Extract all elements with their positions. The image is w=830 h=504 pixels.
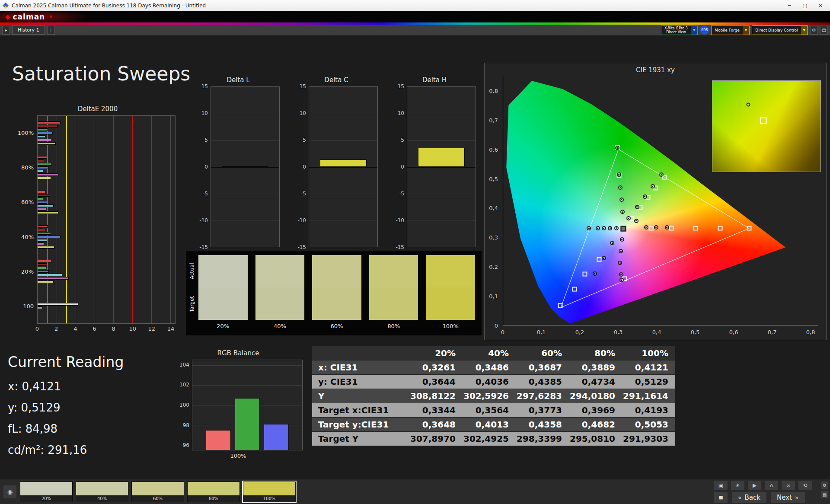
cell-value: 0,4682 — [569, 418, 622, 431]
swatch-row-labels: Actual Target — [188, 255, 196, 320]
chevron-down-icon: ▼ — [801, 26, 808, 35]
reading-line: x: 0,4121 — [8, 380, 124, 393]
measured-point — [651, 184, 655, 188]
window-controls: ─ ▢ ✕ — [782, 0, 828, 11]
y-tick-label: -5 — [301, 191, 306, 197]
color-patch[interactable]: 80% — [187, 482, 240, 502]
y-tick-label: -15 — [297, 244, 306, 250]
color-patch[interactable]: 20% — [20, 482, 73, 502]
white-point-marker — [620, 226, 626, 232]
source-select[interactable]: Mobile Forge ▼ — [711, 26, 750, 35]
projector-button[interactable]: ▣ — [714, 481, 728, 490]
meter-select[interactable]: X-Rite i1Pro 3 Direct View ▼ — [661, 26, 698, 35]
bar — [38, 198, 43, 200]
bar — [38, 267, 46, 269]
bulb-button[interactable]: ☀ — [731, 481, 744, 490]
color-patch[interactable]: 60% — [131, 482, 184, 502]
swatch-column: 40% — [255, 255, 305, 332]
cell-value: 0,4036 — [463, 375, 516, 389]
y-group-label: 60% — [17, 185, 37, 220]
calman-logo: calman — [13, 13, 45, 21]
swatch — [425, 255, 476, 320]
maximize-button[interactable]: ▢ — [797, 0, 813, 11]
bar — [38, 303, 78, 306]
y-tick-label: 0 — [303, 164, 306, 170]
patch-color — [243, 482, 295, 495]
deltae-ylabels: 100%80%60%40%20%100 — [17, 115, 37, 324]
x-tick-label: 0,2 — [575, 329, 584, 335]
tab-history-1[interactable]: History 1 — [12, 26, 45, 35]
y-tick-label: 0,6 — [489, 146, 498, 153]
gear-icon: ⚙ — [812, 28, 816, 32]
y-tick-label: 102 — [179, 382, 189, 388]
meter-status-badge[interactable]: 698 — [700, 26, 709, 35]
target-swatch — [369, 287, 418, 320]
cell-value: 0,4734 — [569, 375, 622, 389]
meter-mode: Direct View — [664, 30, 688, 34]
edge-buttons: ⚙ ▤ — [821, 482, 828, 498]
green-bar — [235, 398, 260, 450]
panel-toggle-button[interactable]: ▤ — [820, 26, 828, 35]
rgb-plot — [192, 360, 303, 450]
row-label: Y — [312, 389, 409, 403]
display-control-select[interactable]: Direct Display Control ▼ — [752, 26, 808, 35]
edge-panel-button[interactable]: ▤ — [821, 491, 828, 498]
preview-eye-button[interactable]: ◉ — [3, 485, 16, 498]
bar-group — [38, 150, 175, 185]
delta-c-plot — [309, 86, 378, 247]
back-label: Back — [745, 494, 760, 501]
history-expand-button[interactable]: ▸ — [2, 26, 10, 35]
row-label: Target x:CIE31 — [312, 403, 409, 417]
target-swatch — [312, 287, 361, 320]
link-button[interactable]: ∞ — [782, 481, 795, 490]
bar — [222, 166, 268, 167]
gridline — [407, 167, 476, 168]
y-tick-label: 15 — [300, 83, 306, 89]
bottom-bar: ◉ 20%40%60%80%100% ▣ ☀ ▶ ⌂ ∞ ⟲ ■ « Back … — [0, 479, 830, 504]
home-button[interactable]: ⌂ — [765, 481, 778, 490]
bar — [38, 270, 49, 273]
color-patch[interactable]: 100% — [243, 482, 296, 502]
delta-h-ylabels: 151050-5-10-15 — [392, 86, 407, 247]
close-button[interactable]: ✕ — [813, 0, 828, 11]
back-button[interactable]: « Back — [732, 492, 766, 503]
bar-group — [38, 116, 175, 150]
reading-line: cd/m²: 291,16 — [8, 443, 124, 456]
y-tick-label: 104 — [179, 362, 189, 368]
y-tick-label: -10 — [297, 217, 306, 223]
y-tick-label: 98 — [183, 422, 189, 428]
measured-point — [602, 256, 606, 260]
cell-value: 297,6283 — [516, 389, 569, 403]
deltae-body: 100%80%60%40%20%100 — [17, 115, 178, 324]
chart-title: CIE 1931 xy — [485, 63, 826, 74]
actual-swatch — [255, 255, 305, 287]
settings-button[interactable]: ⚙ — [810, 26, 818, 35]
target-point — [558, 303, 562, 308]
gridline — [407, 87, 476, 87]
column-header: 60% — [516, 346, 569, 360]
stop-button[interactable]: ■ — [714, 492, 728, 503]
edge-settings-button[interactable]: ⚙ — [821, 482, 828, 489]
brand-menu-caret-icon[interactable]: ▼ — [49, 15, 52, 19]
measured-point — [615, 146, 619, 150]
gridline — [407, 194, 476, 194]
measured-point — [587, 226, 591, 230]
color-patch[interactable]: 40% — [76, 482, 128, 502]
gridline — [309, 140, 377, 140]
bar — [38, 121, 61, 124]
add-tab-button[interactable]: + — [47, 26, 55, 35]
y-tick-label: 0,7 — [489, 117, 498, 123]
cell-value: 0,5053 — [622, 418, 675, 431]
play-button[interactable]: ▶ — [748, 481, 761, 490]
cell-value: 0,4013 — [463, 418, 516, 431]
patch-label: 80% — [188, 495, 239, 502]
y-tick-label: 0,2 — [489, 264, 498, 270]
refresh-button[interactable]: ⟲ — [798, 481, 812, 490]
swatch-label: 20% — [198, 320, 248, 332]
column-header: 40% — [463, 346, 516, 360]
minimize-button[interactable]: ─ — [782, 0, 797, 11]
next-button[interactable]: Next » — [771, 492, 805, 503]
delta-c-ylabels: 151050-5-10-15 — [294, 86, 309, 247]
gridline — [211, 247, 279, 247]
chevron-right-icon: ▸ — [5, 28, 7, 32]
